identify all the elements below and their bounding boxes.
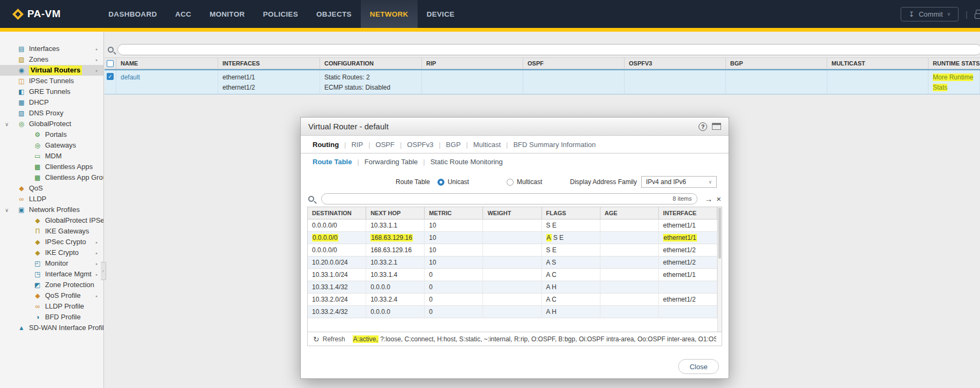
sidebar-item-qos[interactable]: ◆QoS	[0, 183, 103, 194]
column-header-interfaces[interactable]: INTERFACES	[218, 58, 320, 69]
sidebar-item-lldp[interactable]: ∞LLDP	[0, 194, 103, 204]
nav-tab-network[interactable]: NETWORK	[361, 0, 418, 28]
dialog-tab-bfd-summary-information[interactable]: BFD Summary Information	[508, 141, 601, 149]
sidebar-item-zone-protection[interactable]: ◩Zone Protection	[0, 280, 103, 290]
nav-tab-policies[interactable]: POLICIES	[254, 0, 307, 28]
sidebar-item-lldp-profile[interactable]: ∞LLDP Profile	[0, 301, 103, 312]
nav-tab-monitor[interactable]: MONITOR	[201, 0, 254, 28]
route-row[interactable]: 0.0.0.0/0168.63.129.1610A S Eethernet1/1	[308, 232, 722, 244]
column-header-configuration[interactable]: CONFIGURATION	[320, 58, 422, 69]
sidebar-item-ipsec-crypto[interactable]: ◆IPSec Crypto●	[0, 237, 103, 247]
route-filter-input[interactable]	[321, 193, 697, 204]
address-family-select[interactable]: IPv4 and IPv6 ∨	[641, 176, 717, 188]
sidebar-item-globalprotect[interactable]: ∨◎GlobalProtect	[0, 119, 103, 129]
column-header-ospfv3[interactable]: OSPFV3	[625, 58, 726, 69]
dialog-tab-ospf[interactable]: OSPF	[370, 141, 400, 149]
nav-tab-objects[interactable]: OBJECTS	[307, 0, 361, 28]
row-checkbox[interactable]: ✓	[105, 70, 116, 94]
close-button[interactable]: Close	[678, 359, 719, 374]
sidebar-item-monitor[interactable]: ◰Monitor●	[0, 258, 103, 269]
sidebar-item-gre-tunnels[interactable]: ◧GRE Tunnels	[0, 86, 103, 97]
sidebar-item-interfaces[interactable]: ▤Interfaces●	[0, 43, 103, 54]
sidebar-item-clientless-app-groups[interactable]: ▩Clientless App Groups	[0, 172, 103, 183]
window-icon[interactable]	[712, 123, 721, 130]
sidebar-item-gateways[interactable]: ◎Gateways	[0, 140, 103, 151]
chevron-down-icon[interactable]: ∨	[5, 121, 9, 127]
vr-table-header: NAMEINTERFACESCONFIGURATIONRIPOSPFOSPFV3…	[105, 57, 980, 69]
route-column-interface[interactable]: INTERFACE	[659, 207, 717, 219]
select-all-checkbox[interactable]	[105, 58, 116, 69]
route-column-destination[interactable]: DESTINATION	[308, 207, 366, 219]
nav-tab-device[interactable]: DEVICE	[418, 0, 464, 28]
sidebar-item-clientless-apps[interactable]: ▩Clientless Apps	[0, 162, 103, 172]
unlock-icon[interactable]	[975, 13, 980, 19]
help-icon[interactable]: ?	[699, 122, 707, 131]
clear-filter-icon[interactable]: ×	[716, 195, 721, 203]
sidebar-item-virtual-routers[interactable]: ◉Virtual Routers●	[0, 65, 103, 76]
route-table-scrollbar[interactable]	[717, 207, 722, 332]
globalprotect-icon: ◎	[17, 120, 26, 128]
subtab-forwarding-table[interactable]: Forwarding Table	[359, 158, 423, 166]
radio-unicast[interactable]: Unicast	[437, 178, 469, 186]
route-table-body: 0.0.0.0/010.33.1.110S Eethernet1/10.0.0.…	[308, 219, 722, 318]
sidebar-item-qos-profile[interactable]: ◆QoS Profile●	[0, 290, 103, 301]
sidebar-item-ipsec-tunnels[interactable]: ◫IPSec Tunnels	[0, 76, 103, 86]
dialog-tab-routing[interactable]: Routing	[307, 141, 344, 149]
apply-filter-arrow-icon[interactable]: →	[704, 195, 712, 203]
sidebar-item-globalprotect-ipsec-crypto[interactable]: ◆GlobalProtect IPSec Crypto	[0, 215, 103, 226]
column-header-bgp[interactable]: BGP	[726, 58, 827, 69]
sidebar-collapse-handle[interactable]: ‹	[101, 262, 106, 280]
route-row[interactable]: 10.20.0.0/2410.33.2.110A Sethernet1/2	[308, 257, 722, 269]
chevron-down-icon[interactable]: ∨	[5, 207, 9, 213]
column-header-multicast[interactable]: MULTICAST	[827, 58, 929, 69]
route-row[interactable]: 10.33.2.0/2410.33.2.40A Cethernet1/2	[308, 294, 722, 306]
subtab-static-route-monitoring[interactable]: Static Route Monitoring	[425, 158, 508, 166]
route-row[interactable]: 0.0.0.0/0168.63.129.1610S Eethernet1/2	[308, 244, 722, 257]
route-row[interactable]: 0.0.0.0/010.33.1.110S Eethernet1/1	[308, 219, 722, 232]
vr-table-row-default[interactable]: ✓ default ethernet1/1 ethernet1/2 Static…	[105, 69, 980, 94]
vr-default-link[interactable]: default	[121, 74, 140, 81]
route-column-next-hop[interactable]: NEXT HOP	[366, 207, 425, 219]
sidebar-item-bfd-profile[interactable]: ◑BFD Profile	[0, 312, 103, 323]
route-column-weight[interactable]: WEIGHT	[483, 207, 541, 219]
cell-interface: ethernet1/2	[659, 294, 717, 305]
column-header-ospf[interactable]: OSPF	[523, 58, 625, 69]
sidebar-item-dns-proxy[interactable]: ▧DNS Proxy	[0, 108, 103, 119]
radio-multicast[interactable]: Multicast	[507, 178, 542, 186]
sidebar-item-zones[interactable]: ▨Zones●	[0, 54, 103, 65]
dialog-tab-multicast[interactable]: Multicast	[468, 141, 506, 149]
route-column-age[interactable]: AGE	[600, 207, 659, 219]
sidebar-item-dhcp[interactable]: ▦DHCP	[0, 97, 103, 108]
gateways-icon: ◎	[33, 142, 42, 149]
checkbox-icon	[107, 60, 114, 67]
column-header-rip[interactable]: RIP	[422, 58, 523, 69]
dhcp-icon: ▦	[17, 99, 26, 106]
commit-button[interactable]: ↧ Commit ∨	[901, 7, 959, 21]
dialog-tab-rip[interactable]: RIP	[346, 141, 368, 149]
vr-filter-input[interactable]	[117, 44, 980, 55]
sidebar-item-mdm[interactable]: ▭MDM	[0, 151, 103, 162]
sidebar-item-network-profiles[interactable]: ∨▣Network Profiles	[0, 204, 103, 215]
route-column-metric[interactable]: METRIC	[425, 207, 483, 219]
route-row[interactable]: 10.33.1.4/320.0.0.00A H	[308, 281, 722, 294]
subtab-route-table[interactable]: Route Table	[307, 158, 357, 166]
sidebar-item-ike-crypto[interactable]: ◆IKE Crypto●	[0, 247, 103, 258]
refresh-button[interactable]: ↻ Refresh	[313, 335, 345, 343]
dialog-tab-bgp[interactable]: BGP	[441, 141, 466, 149]
nav-tab-acc[interactable]: ACC	[166, 0, 201, 28]
cell-ospf	[523, 70, 625, 94]
sidebar-item-interface-mgmt[interactable]: ◳Interface Mgmt●	[0, 269, 103, 280]
route-column-flags[interactable]: FLAGS	[542, 207, 600, 219]
more-runtime-stats-link[interactable]: More Runtime Stats	[933, 74, 973, 91]
route-row[interactable]: 10.33.2.4/320.0.0.00A H	[308, 306, 722, 318]
dialog-tab-ospfv3[interactable]: OSPFv3	[402, 141, 439, 149]
cell-weight	[483, 294, 541, 305]
top-bar: PA-VM DASHBOARDACCMONITORPOLICIESOBJECTS…	[0, 0, 980, 28]
sidebar-item-sd-wan-interface-profile[interactable]: ▲SD-WAN Interface Profile	[0, 323, 103, 333]
column-header-runtime-stats[interactable]: RUNTIME STATS	[929, 58, 980, 69]
sidebar-item-portals[interactable]: ⚙Portals	[0, 129, 103, 140]
route-row[interactable]: 10.33.1.0/2410.33.1.40A Cethernet1/1	[308, 269, 722, 281]
sidebar-item-ike-gateways[interactable]: ΠIKE Gateways	[0, 226, 103, 237]
nav-tab-dashboard[interactable]: DASHBOARD	[99, 0, 166, 28]
column-header-name[interactable]: NAME	[116, 58, 218, 69]
